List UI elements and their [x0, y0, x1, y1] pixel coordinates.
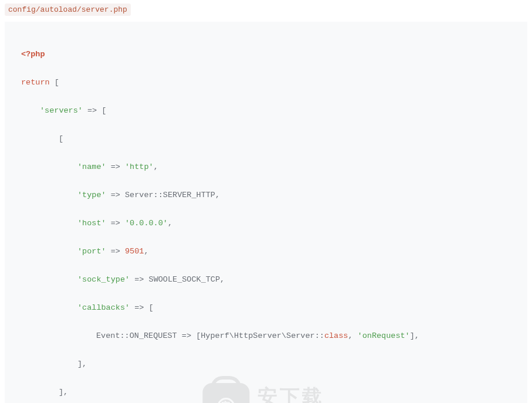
- code-text: ],: [410, 331, 419, 340]
- name-key: 'name': [77, 162, 106, 171]
- code-text: ],: [59, 388, 68, 397]
- php-open-tag: <?php: [21, 50, 45, 59]
- code-text: =>: [106, 247, 125, 256]
- code-text: =>: [130, 275, 148, 284]
- code-text: ],: [77, 360, 87, 368]
- code-text: [: [50, 78, 59, 87]
- return-keyword: return: [21, 78, 50, 87]
- code-text: ,: [154, 162, 158, 171]
- file-path-badge: config/autoload/server.php: [5, 4, 131, 16]
- code-text: [: [59, 134, 63, 143]
- onrequest-str: 'onRequest': [358, 331, 410, 340]
- code-text: ,: [168, 219, 172, 228]
- type-val: Server::SERVER_HTTP,: [125, 191, 220, 199]
- class-keyword: class: [324, 331, 348, 340]
- event-line: Event::ON_REQUEST => [Hyperf\HttpServer\…: [96, 331, 324, 340]
- code-text: =>: [106, 191, 125, 199]
- code-text: =>: [106, 162, 125, 171]
- port1-val: 9501: [125, 247, 144, 256]
- servers-key: 'servers': [40, 106, 83, 115]
- sock-val: SWOOLE_SOCK_TCP,: [149, 275, 225, 284]
- code-block: <?php return [ 'servers' => [ [ 'name' =…: [5, 22, 527, 403]
- code-text: ,: [144, 247, 148, 256]
- code-text: ,: [348, 331, 357, 340]
- code-text: => [: [83, 106, 107, 115]
- callbacks-key: 'callbacks': [77, 303, 130, 312]
- host-val: '0.0.0.0': [125, 219, 168, 228]
- host-key: 'host': [77, 219, 106, 228]
- http-val: 'http': [125, 162, 154, 171]
- port-key: 'port': [77, 247, 106, 256]
- code-text: => [: [130, 303, 154, 312]
- sock-key: 'sock_type': [77, 275, 130, 284]
- type-key: 'type': [77, 191, 106, 199]
- code-text: =>: [106, 219, 125, 228]
